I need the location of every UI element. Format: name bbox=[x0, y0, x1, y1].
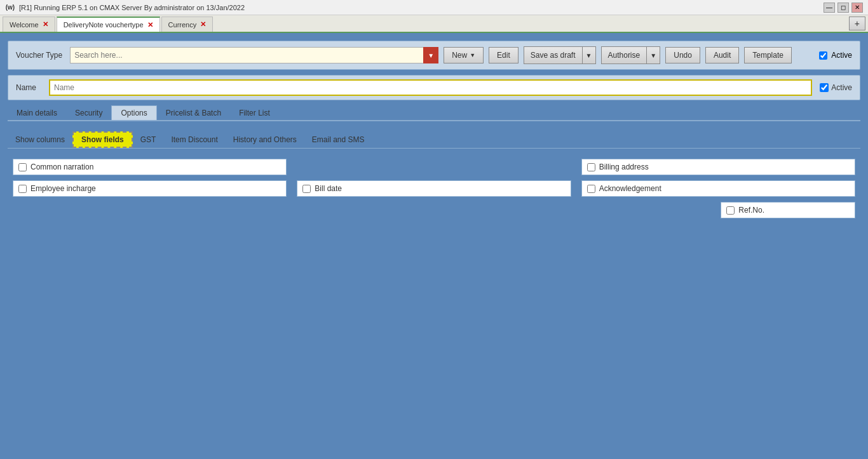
sub-tab-email-sms[interactable]: Email and SMS bbox=[304, 131, 372, 148]
tab-deliverynote[interactable]: DeliveryNote vouchertype ✕ bbox=[57, 17, 160, 32]
field-acknowledgement: Acknowledgement bbox=[581, 180, 855, 197]
add-tab-button[interactable]: + bbox=[849, 17, 865, 30]
sub-tab-show-columns[interactable]: Show columns bbox=[8, 131, 72, 148]
tab-deliverynote-label: DeliveryNote vouchertype bbox=[64, 21, 144, 29]
window-controls[interactable]: — ◻ ✕ bbox=[824, 3, 863, 13]
acknowledgement-checkbox[interactable] bbox=[587, 185, 595, 193]
sub-tabs: Show columns Show fields GST Item Discou… bbox=[8, 131, 860, 149]
template-button[interactable]: Template bbox=[744, 47, 792, 63]
authorise-dropdown[interactable]: ▼ bbox=[647, 47, 660, 63]
new-label: New bbox=[452, 51, 467, 60]
common-narration-checkbox[interactable] bbox=[18, 163, 27, 171]
active-checkbox-toolbar[interactable] bbox=[819, 51, 827, 60]
minimize-button[interactable]: — bbox=[824, 3, 835, 13]
field-billing-address: Billing address bbox=[581, 159, 855, 175]
active-label: Active bbox=[831, 83, 852, 92]
ref-no-label[interactable]: Ref.No. bbox=[738, 206, 764, 215]
field-employee-incharge: Employee incharge bbox=[13, 180, 287, 197]
save-as-draft-button[interactable]: Save as draft bbox=[524, 47, 583, 63]
row2-col1-empty bbox=[13, 202, 287, 218]
tab-filter-list[interactable]: Filter List bbox=[230, 105, 279, 120]
name-input[interactable] bbox=[49, 79, 812, 96]
common-narration-label[interactable]: Common narration bbox=[31, 163, 93, 171]
app-icon: (w) bbox=[5, 3, 15, 13]
employee-incharge-label[interactable]: Employee incharge bbox=[31, 184, 96, 193]
ref-no-checkbox[interactable] bbox=[726, 206, 735, 215]
voucher-type-search-input[interactable] bbox=[70, 47, 438, 63]
restore-button[interactable]: ◻ bbox=[837, 3, 849, 13]
col2-spacer bbox=[297, 159, 571, 175]
new-arrow-icon: ▼ bbox=[470, 52, 475, 58]
sub-tab-history-others[interactable]: History and Others bbox=[226, 131, 304, 148]
active-wrapper: Active bbox=[820, 83, 852, 92]
undo-label: Undo bbox=[674, 51, 692, 60]
fields-grid: Common narration Employee incharge Bill … bbox=[8, 156, 860, 199]
sub-tab-item-discount[interactable]: Item Discount bbox=[163, 131, 225, 148]
tab-currency-close[interactable]: ✕ bbox=[200, 20, 206, 29]
inner-tabs: Main details Security Options Pricelist … bbox=[8, 105, 860, 121]
active-checkbox[interactable] bbox=[820, 83, 829, 92]
tab-bar: Welcome ✕ DeliveryNote vouchertype ✕ Cur… bbox=[0, 15, 868, 33]
tab-currency[interactable]: Currency ✕ bbox=[161, 17, 214, 32]
voucher-type-dropdown-button[interactable] bbox=[423, 47, 438, 63]
title-bar: (w) [R1] Running ERP 5.1 on CMAX Server … bbox=[0, 0, 868, 15]
tab-welcome-label: Welcome bbox=[10, 21, 39, 29]
active-label-toolbar: Active bbox=[831, 51, 852, 60]
main-content: Voucher Type New ▼ Edit Save as draft ▼ … bbox=[0, 33, 868, 459]
fields-col1: Common narration Employee incharge bbox=[13, 159, 287, 197]
close-button[interactable]: ✕ bbox=[851, 3, 863, 13]
sub-tab-gst[interactable]: GST bbox=[133, 131, 164, 148]
billing-address-checkbox[interactable] bbox=[587, 163, 595, 171]
sub-tab-show-fields[interactable]: Show fields bbox=[72, 131, 133, 148]
voucher-type-label: Voucher Type bbox=[16, 51, 62, 60]
row2-col2-empty bbox=[297, 202, 571, 218]
tab-main-details[interactable]: Main details bbox=[8, 105, 66, 120]
tab-options[interactable]: Options bbox=[111, 105, 156, 120]
field-ref-no: Ref.No. bbox=[721, 202, 855, 218]
tab-pricelist-batch[interactable]: Pricelist & Batch bbox=[157, 105, 230, 120]
tab-currency-label: Currency bbox=[168, 21, 197, 29]
save-as-draft-split: Save as draft ▼ bbox=[524, 46, 596, 64]
tab-welcome-close[interactable]: ✕ bbox=[43, 20, 48, 29]
fields-grid-row2: Ref.No. bbox=[8, 199, 860, 221]
authorise-split: Authorise ▼ bbox=[601, 46, 661, 64]
toolbar: Voucher Type New ▼ Edit Save as draft ▼ … bbox=[8, 41, 860, 70]
tab-deliverynote-close[interactable]: ✕ bbox=[147, 21, 153, 29]
authorise-button[interactable]: Authorise bbox=[602, 47, 648, 63]
row2-col3-spacer bbox=[581, 202, 716, 218]
bill-date-checkbox[interactable] bbox=[302, 185, 311, 193]
save-as-draft-dropdown[interactable]: ▼ bbox=[583, 47, 595, 63]
field-bill-date: Bill date bbox=[297, 180, 571, 197]
name-row: Name Active bbox=[8, 75, 860, 100]
acknowledgement-label[interactable]: Acknowledgement bbox=[599, 184, 661, 193]
billing-address-label[interactable]: Billing address bbox=[599, 163, 649, 171]
row2-col3: Ref.No. bbox=[581, 202, 855, 218]
name-label: Name bbox=[16, 83, 41, 92]
fields-col3: Billing address Acknowledgement bbox=[581, 159, 855, 197]
options-panel: Show columns Show fields GST Item Discou… bbox=[8, 121, 860, 226]
audit-label: Audit bbox=[714, 51, 731, 60]
tab-security[interactable]: Security bbox=[66, 105, 111, 120]
fields-col2: Bill date bbox=[297, 159, 571, 197]
title-text: [R1] Running ERP 5.1 on CMAX Server By a… bbox=[19, 4, 245, 11]
edit-button[interactable]: Edit bbox=[489, 47, 519, 63]
new-button[interactable]: New ▼ bbox=[444, 47, 484, 63]
edit-label: Edit bbox=[497, 51, 510, 60]
template-label: Template bbox=[752, 51, 783, 60]
audit-button[interactable]: Audit bbox=[705, 47, 739, 63]
field-common-narration: Common narration bbox=[13, 159, 287, 175]
undo-button[interactable]: Undo bbox=[665, 47, 700, 63]
voucher-type-search-wrapper bbox=[70, 47, 438, 63]
tab-welcome[interactable]: Welcome ✕ bbox=[3, 17, 55, 32]
bill-date-label[interactable]: Bill date bbox=[315, 184, 342, 193]
employee-incharge-checkbox[interactable] bbox=[18, 185, 27, 193]
